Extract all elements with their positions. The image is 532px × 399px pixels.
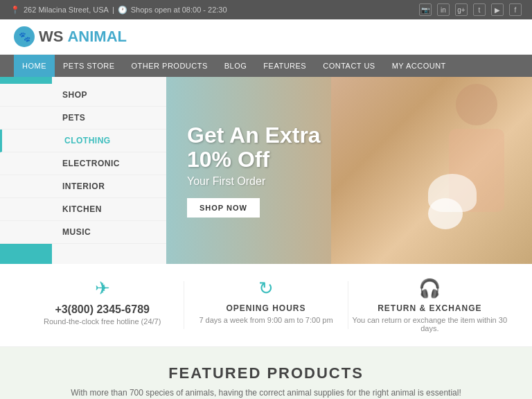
hero-line1-text: Get An Extra: [187, 123, 321, 148]
header: 🐾 WS ANIMAL: [0, 19, 532, 55]
hero-title-line1: Get An Extra 10% Off: [187, 123, 321, 172]
top-bar: 📍 262 Milacina Street, USA | 🕐 Shops ope…: [0, 0, 532, 19]
linkedin-icon[interactable]: in: [437, 3, 450, 16]
hero-image-placeholder: [331, 77, 532, 264]
facebook-icon[interactable]: f: [509, 3, 522, 16]
phone-desc: Round-the-clock free hotline (24/7): [21, 317, 184, 326]
headset-icon: 🎧: [348, 278, 511, 299]
person-head: [456, 84, 497, 125]
social-icons: 📷 in g+ t ▶ f: [419, 3, 522, 16]
instagram-icon[interactable]: 📷: [419, 3, 432, 16]
main-content: 🐾 🐾 🐾 SHOP PETS CLOTHING ELECTRONIC INTE…: [0, 77, 532, 264]
feature-return: 🎧 RETURN & EXCHANGE You can return or ex…: [348, 278, 511, 332]
separator: |: [112, 6, 114, 14]
hero-subtitle: Your First Order: [187, 175, 321, 188]
hours-icon: 🕐: [118, 6, 127, 15]
featured-title: FEATURED PRODUCTS: [14, 364, 518, 382]
main-nav: HOME PETS STORE OTHER PRODUCTS BLOG FEAT…: [0, 55, 532, 77]
nav-pets-store[interactable]: PETS STORE: [55, 55, 123, 77]
featured-desc: With more than 700 species of animals, h…: [14, 388, 518, 398]
sidebar-menu: SHOP PETS CLOTHING ELECTRONIC INTERIOR K…: [0, 77, 166, 251]
location-icon: 📍: [10, 6, 20, 15]
feature-hours: ↻ OPENING HOURS 7 days a week from 9:00 …: [184, 278, 347, 332]
phone-number: +3(800) 2345-6789: [21, 303, 184, 316]
shop-now-button[interactable]: SHOP NOW: [187, 198, 260, 218]
sidebar-item-music[interactable]: MUSIC: [0, 221, 166, 244]
sidebar-item-interior[interactable]: INTERIOR: [0, 175, 166, 198]
nav-other-products[interactable]: OTHER PRODUCTS: [123, 55, 215, 77]
logo-animal: ANIMAL: [67, 28, 127, 46]
nav-contact[interactable]: CONTACT US: [314, 55, 384, 77]
hours-title: OPENING HOURS: [184, 303, 347, 313]
hours-desc: 7 days a week from 9:00 am to 7:00 pm: [184, 316, 347, 324]
logo-icon: 🐾: [14, 26, 35, 47]
nav-blog[interactable]: BLOG: [216, 55, 256, 77]
dog-head: [428, 198, 463, 229]
feature-phone: ✈ +3(800) 2345-6789 Round-the-clock free…: [21, 278, 184, 332]
hero-image-area: [331, 77, 532, 264]
logo-ws: WS: [39, 28, 63, 46]
sidebar-item-pets[interactable]: PETS: [0, 107, 166, 130]
features-bar: ✈ +3(800) 2345-6789 Round-the-clock free…: [0, 264, 532, 347]
featured-products-section: FEATURED PRODUCTS With more than 700 spe…: [0, 347, 532, 399]
sidebar-item-kitchen[interactable]: KITCHEN: [0, 198, 166, 221]
sidebar-item-shop[interactable]: SHOP: [0, 84, 166, 107]
address-text: 262 Milacina Street, USA: [24, 6, 109, 14]
hero-banner: Get An Extra 10% Off Your First Order SH…: [166, 77, 532, 264]
nav-home[interactable]: HOME: [14, 55, 55, 77]
hero-line2-text: 10% Off: [187, 147, 269, 172]
logo[interactable]: 🐾 WS ANIMAL: [14, 26, 127, 47]
google-icon[interactable]: g+: [455, 3, 468, 16]
youtube-icon[interactable]: ▶: [491, 3, 504, 16]
sidebar-item-electronic[interactable]: ELECTRONIC: [0, 152, 166, 175]
return-title: RETURN & EXCHANGE: [348, 303, 511, 313]
return-desc: You can return or exchange the item with…: [348, 316, 511, 332]
nav-account[interactable]: MY ACCOUNT: [384, 55, 454, 77]
sidebar-item-clothing[interactable]: CLOTHING: [0, 130, 166, 152]
phone-icon: ✈: [21, 278, 184, 299]
nav-features[interactable]: FEATURES: [255, 55, 314, 77]
hours-text: Shops open at 08:00 - 22:30: [131, 6, 227, 14]
top-bar-address: 📍 262 Milacina Street, USA | 🕐 Shops ope…: [10, 6, 227, 15]
sidebar: 🐾 🐾 🐾 SHOP PETS CLOTHING ELECTRONIC INTE…: [0, 77, 166, 264]
twitter-icon[interactable]: t: [473, 3, 486, 16]
hours-icon: ↻: [184, 278, 347, 299]
hero-content: Get An Extra 10% Off Your First Order SH…: [166, 103, 342, 238]
